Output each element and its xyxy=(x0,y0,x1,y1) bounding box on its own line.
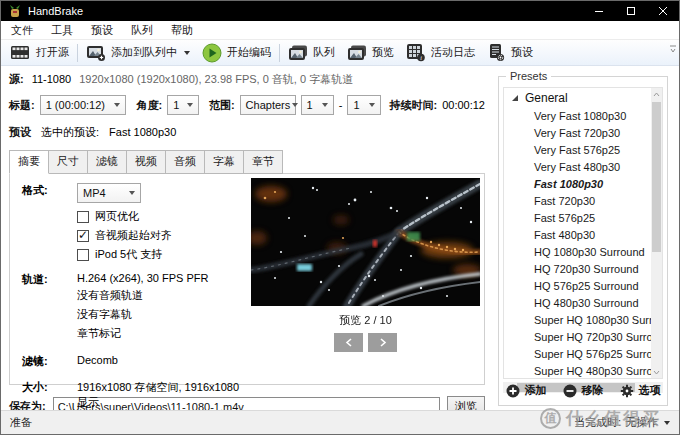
checkbox-label: 音视频起始对齐 xyxy=(95,228,172,243)
preset-item[interactable]: Fast 1080p30 xyxy=(504,176,651,193)
checkbox-row[interactable]: iPod 5代 支持 xyxy=(77,247,247,262)
minimize-button[interactable] xyxy=(583,1,615,21)
format-select[interactable]: MP4 xyxy=(77,183,141,203)
format-value: MP4 xyxy=(83,187,106,199)
preset-item[interactable]: Very Fast 1080p30 xyxy=(504,108,651,125)
source-label: 源: xyxy=(9,72,24,87)
chevron-down-icon xyxy=(187,103,193,107)
preset-document-icon xyxy=(487,43,506,62)
presets-vertical-scrollbar[interactable] xyxy=(651,88,662,378)
close-button[interactable] xyxy=(647,1,679,21)
range-end-select[interactable]: 1 xyxy=(347,95,380,115)
summary-pane: 格式: MP4 网页优化音视频起始对齐iPod 5代 支持 轨道: H.264 … xyxy=(9,173,485,385)
preset-group-general[interactable]: General xyxy=(504,88,651,108)
preview-next-button[interactable] xyxy=(368,333,397,352)
title-select[interactable]: 1 (00:00:12) xyxy=(40,95,126,115)
toolbar-separator xyxy=(77,44,78,62)
tab-6[interactable]: 字幕 xyxy=(204,150,244,174)
menu-item[interactable]: 工具 xyxy=(42,21,82,40)
checkbox-icon[interactable] xyxy=(77,230,89,242)
tab-3[interactable]: 滤镜 xyxy=(87,150,127,174)
chevron-down-icon xyxy=(322,103,328,107)
tab-4[interactable]: 视频 xyxy=(126,150,166,174)
toolbar-overflow-icon[interactable] xyxy=(669,44,677,56)
preset-item[interactable]: Very Fast 480p30 xyxy=(504,159,651,176)
preview-label: 预览 xyxy=(372,45,394,60)
tab-5[interactable]: 音频 xyxy=(165,150,205,174)
menu-item[interactable]: 帮助 xyxy=(162,21,202,40)
tab-7[interactable]: 章节 xyxy=(243,150,283,174)
scroll-down-icon[interactable] xyxy=(651,366,662,378)
track-line: 章节标记 xyxy=(77,326,208,341)
toolbar-separator xyxy=(279,44,280,62)
size-value: 1916x1080 存储空间, 1916x1080 显示 xyxy=(77,380,247,410)
preset-item[interactable]: Super HQ 480p30 Surround xyxy=(504,363,651,379)
preset-item[interactable]: HQ 1080p30 Surround xyxy=(504,244,651,261)
preset-item[interactable]: HQ 576p25 Surround xyxy=(504,278,651,295)
photo-plus-icon xyxy=(86,44,106,62)
when-done-value: 无操作 xyxy=(625,415,658,430)
checkbox-icon[interactable] xyxy=(77,249,89,261)
preset-item[interactable]: Fast 576p25 xyxy=(504,210,651,227)
add-to-queue-label: 添加到队列中 xyxy=(111,45,177,60)
preset-item[interactable]: Very Fast 576p25 xyxy=(504,142,651,159)
preset-item[interactable]: HQ 720p30 Surround xyxy=(504,261,651,278)
add-to-queue-button[interactable]: 添加到队列中 xyxy=(80,41,196,65)
toolbar-presets-label: 预设 xyxy=(511,45,533,60)
main-area: 源: 11-1080 1920x1080 (1920x1080), 23.98 … xyxy=(1,66,679,412)
start-encode-label: 开始编码 xyxy=(227,45,271,60)
preset-item[interactable]: Super HQ 720p30 Surround xyxy=(504,329,651,346)
activity-log-icon: i xyxy=(406,43,426,62)
size-label: 大小: xyxy=(22,380,77,410)
angle-select[interactable]: 1 xyxy=(167,95,199,115)
range-type-select[interactable]: Chapters xyxy=(240,95,296,115)
activity-log-button[interactable]: i 活动日志 xyxy=(400,41,481,65)
checkbox-label: iPod 5代 支持 xyxy=(95,247,162,262)
checkbox-row[interactable]: 网页优化 xyxy=(77,209,247,224)
preview-prev-button[interactable] xyxy=(334,333,363,352)
preset-options-button[interactable]: 选项 xyxy=(620,383,661,398)
menu-item[interactable]: 队列 xyxy=(122,21,162,40)
when-done-control[interactable]: 当完成时: 无操作 xyxy=(574,415,670,430)
track-line: 没有音频轨道 xyxy=(77,288,208,303)
checkbox-icon[interactable] xyxy=(77,211,89,223)
range-label: 范围: xyxy=(209,98,235,113)
add-preset-label: 添加 xyxy=(525,383,547,398)
preview-button[interactable]: 预览 xyxy=(341,41,400,65)
menu-item[interactable]: 文件 xyxy=(2,21,42,40)
add-preset-button[interactable]: 添加 xyxy=(506,383,547,398)
minus-circle-icon xyxy=(563,384,577,398)
minimize-icon xyxy=(594,6,604,16)
scrollbar-thumb[interactable] xyxy=(652,102,661,252)
plus-circle-icon xyxy=(506,384,520,398)
open-source-button[interactable]: 打开源 xyxy=(4,41,75,65)
preset-item[interactable]: Very Fast 720p30 xyxy=(504,125,651,142)
encode-settings-pane: 源: 11-1080 1920x1080 (1920x1080), 23.98 … xyxy=(1,66,493,412)
preset-item[interactable]: Super HQ 576p25 Surround xyxy=(504,346,651,363)
film-clapper-icon xyxy=(10,44,31,62)
range-start-select[interactable]: 1 xyxy=(301,95,334,115)
checkbox-row[interactable]: 音视频起始对齐 xyxy=(77,228,247,243)
scroll-up-icon[interactable] xyxy=(651,88,662,100)
preview-nav xyxy=(334,333,397,352)
tree-expander-icon[interactable] xyxy=(512,95,518,101)
start-encode-button[interactable]: 开始编码 xyxy=(196,41,277,65)
menu-item[interactable]: 预设 xyxy=(82,21,122,40)
maximize-button[interactable] xyxy=(615,1,647,21)
chevron-down-icon xyxy=(114,103,120,107)
photo-stack-icon xyxy=(288,44,308,62)
preset-item[interactable]: HQ 480p30 Surround xyxy=(504,295,651,312)
tab-1[interactable]: 摘要 xyxy=(9,150,49,174)
presets-actions: 添加 移除 选项 xyxy=(499,383,667,398)
toolbar-presets-button[interactable]: 预设 xyxy=(481,41,539,65)
preset-item[interactable]: Fast 720p30 xyxy=(504,193,651,210)
selected-preset-label: 选中的预设: xyxy=(41,125,99,140)
preset-item[interactable]: Super HQ 1080p30 Surround xyxy=(504,312,651,329)
preset-item[interactable]: Fast 480p30 xyxy=(504,227,651,244)
queue-button[interactable]: 队列 xyxy=(282,41,341,65)
handbrake-window: HandBrake 文件工具预设队列帮助 打开源 xyxy=(0,0,680,435)
selected-preset-value: Fast 1080p30 xyxy=(109,126,176,138)
tab-2[interactable]: 尺寸 xyxy=(48,150,88,174)
remove-preset-button[interactable]: 移除 xyxy=(563,383,604,398)
range-separator: - xyxy=(339,99,343,111)
